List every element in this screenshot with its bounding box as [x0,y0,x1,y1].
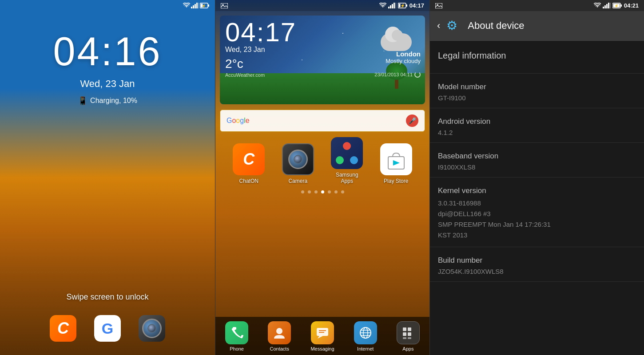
page-dot-6[interactable] [334,190,338,193]
about-title: About device [468,20,524,32]
svg-rect-13 [392,4,393,8]
svg-rect-9 [221,3,228,8]
build-number-title: Build number [438,256,636,265]
svg-rect-15 [395,3,396,8]
messaging-icon[interactable] [311,321,334,344]
svg-point-22 [276,328,282,334]
playstore-icon[interactable] [380,143,412,175]
lock-time: 04:16 [0,29,215,75]
home-app-playstore[interactable]: Play Store [380,143,412,184]
taskbar-apps[interactable]: Apps [397,321,420,351]
google-mic-button[interactable]: 🎤 [406,114,418,127]
svg-rect-2 [195,4,196,8]
svg-rect-38 [435,3,442,8]
camera-icon[interactable] [282,143,314,175]
lock-swipe-text: Swipe screen to unlock [0,292,215,302]
phone-label: Phone [230,346,244,351]
home-apps-row: C ChatON Camera SamsungApps [215,137,429,184]
home-wifi-icon [379,3,386,8]
page-dot-1[interactable] [301,190,304,193]
page-dot-4-active[interactable] [321,190,324,193]
home-app-chaton[interactable]: C ChatON [233,143,265,184]
about-status-right: ⚡ 04:21 [594,2,639,9]
lock-chaton-icon[interactable]: C [50,315,76,342]
lock-status-bar: ⚡ [0,0,215,11]
page-dot-7[interactable] [341,190,344,193]
svg-rect-36 [403,337,406,339]
build-number-value: JZO54K.I9100XWLS8 [438,268,636,275]
taskbar-contacts[interactable]: Contacts [268,321,291,351]
svg-rect-35 [408,332,411,336]
svg-marker-21 [393,160,400,166]
about-device-panel: ⚡ 04:21 ‹ ⚙ About device Legal informati… [430,0,644,355]
home-app-samsung[interactable]: SamsungApps [331,137,363,184]
svg-rect-44 [610,3,611,8]
about-section-kernel: Kernel version 3.0.31-816988 dpi@DELL166… [430,178,644,247]
svg-text:⚡: ⚡ [202,4,206,8]
taskbar-messaging[interactable]: Messaging [310,321,334,351]
about-battery-icon: ⚡ [612,3,622,8]
apps-icon[interactable] [397,321,420,344]
image-icon [221,3,228,8]
lock-google-icon[interactable]: G [94,315,121,342]
svg-rect-43 [608,3,609,8]
android-version-title: Android version [438,117,636,126]
google-logo: Google [227,117,250,125]
svg-rect-37 [408,337,411,339]
samsung-apps-icon[interactable] [331,137,363,169]
svg-rect-42 [606,4,608,8]
phone-icon[interactable] [225,321,248,344]
lock-camera-icon[interactable] [139,315,165,342]
about-section-baseband: Baseband version I9100XXLS8 [430,143,644,178]
baseband-version-title: Baseband version [438,152,636,161]
back-button[interactable]: ‹ [437,20,440,32]
svg-rect-3 [196,3,198,8]
svg-rect-46 [620,4,622,7]
about-section-legal[interactable]: Legal information [430,41,644,74]
weather-clock-display: 04:17 [225,19,296,46]
weather-widget[interactable]: 04:17 Wed, 23 Jan 2°c London Mostly clou… [220,16,425,104]
svg-marker-24 [318,336,323,339]
taskbar-phone[interactable]: Phone [225,321,248,351]
svg-rect-4 [198,3,199,8]
svg-rect-11 [388,7,390,8]
home-signal-icon [388,3,396,8]
weather-cloud [381,33,412,51]
weather-city: London [386,50,421,58]
svg-rect-33 [408,327,411,331]
model-number-title: Model number [438,83,636,91]
svg-rect-34 [403,332,406,336]
weather-location: London Mostly cloudy [386,50,421,64]
lock-status-icons: ⚡ [183,3,210,8]
page-dot-3[interactable] [314,190,318,193]
settings-gear-icon: ⚙ [446,18,461,33]
internet-icon[interactable] [354,321,377,344]
lock-screen-panel: ⚡ 04:16 Wed, 23 Jan 📱 Charging, 10% Swip… [0,0,215,355]
contacts-icon[interactable] [268,321,291,344]
about-header: ‹ ⚙ About device [430,11,644,41]
weather-landscape [220,73,425,104]
internet-label: Internet [357,346,374,351]
page-dot-5[interactable] [328,190,331,193]
model-number-value: GT-I9100 [438,94,636,102]
wifi-icon [183,3,190,8]
messaging-label: Messaging [310,346,334,351]
about-status-time: 04:21 [624,2,639,9]
kernel-version-value: 3.0.31-816988 dpi@DELL166 #3 SMP PREEMPT… [438,198,636,241]
weather-update-time: 23/01/2013 04:11 [374,71,421,78]
samsung-apps-label: SamsungApps [336,172,358,184]
home-status-left [221,3,228,8]
svg-rect-41 [604,5,606,8]
chaton-icon[interactable]: C [233,143,265,175]
about-signal-icon [603,3,611,8]
google-search-bar[interactable]: Google 🎤 [220,110,425,132]
home-status-right: ⚡ 04:17 [379,2,424,9]
page-dot-2[interactable] [308,190,311,193]
legal-info-title: Legal information [438,51,636,61]
taskbar-internet[interactable]: Internet [354,321,377,351]
home-battery-icon: ⚡ [398,3,408,8]
lock-charging-status: 📱 Charging, 10% [0,96,215,106]
camera-label: Camera [288,178,307,184]
about-wifi-icon [594,3,601,8]
home-app-camera[interactable]: Camera [282,143,314,184]
